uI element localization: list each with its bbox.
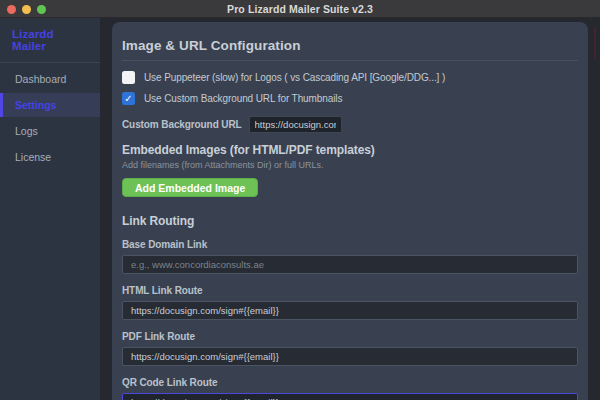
custom-bg-checkbox-label: Use Custom Background URL for Thumbnails [144,93,342,104]
maximize-button[interactable] [37,5,46,14]
close-button[interactable] [7,5,16,14]
sidebar-item-logs[interactable]: Logs [0,119,100,143]
window-title: Pro Lizardd Mailer Suite v2.3 [227,3,373,15]
app-brand: Lizardd Mailer [0,18,100,60]
checkmark-icon: ✓ [124,93,132,104]
base-domain-label: Base Domain Link [122,239,578,250]
qr-link-route-label: QR Code Link Route [122,377,578,388]
puppeteer-checkbox-label: Use Puppeteer (slow) for Logos ( vs Casc… [144,72,445,83]
embedded-images-heading: Embedded Images (for HTML/PDF templates) [122,143,578,157]
custom-bg-url-input[interactable] [249,116,342,133]
window-titlebar: Pro Lizardd Mailer Suite v2.3 [0,0,600,18]
add-embedded-image-button[interactable]: Add Embedded Image [122,178,258,197]
custom-bg-url-label: Custom Background URL [122,119,242,130]
puppeteer-checkbox-row: ✓ Use Puppeteer (slow) for Logos ( vs Ca… [122,71,578,84]
checkmark-icon: ✓ [124,72,132,83]
link-routing-heading: Link Routing [122,214,578,228]
page-title: Image & URL Configuration [122,38,578,61]
puppeteer-checkbox[interactable]: ✓ [122,71,135,84]
settings-panel: Image & URL Configuration ✓ Use Puppetee… [112,22,588,400]
base-domain-input[interactable] [122,255,578,274]
embedded-images-subtext: Add filenames (from Attachments Dir) or … [122,160,578,170]
pdf-link-route-label: PDF Link Route [122,331,578,342]
sidebar-item-dashboard[interactable]: Dashboard [0,67,100,91]
sidebar-divider [0,62,100,63]
sidebar-item-settings[interactable]: Settings [0,93,100,117]
html-link-route-label: HTML Link Route [122,285,578,296]
custom-bg-url-row: Custom Background URL [122,116,578,133]
html-link-route-input[interactable] [122,301,578,320]
app-body: Lizardd Mailer Dashboard Settings Logs L… [0,18,600,400]
custom-bg-checkbox[interactable]: ✓ [122,92,135,105]
traffic-lights [7,0,46,18]
background-window-edge [594,27,596,59]
minimize-button[interactable] [22,5,31,14]
sidebar-item-license[interactable]: License [0,145,100,169]
pdf-link-route-input[interactable] [122,347,578,366]
custom-bg-checkbox-row: ✓ Use Custom Background URL for Thumbnai… [122,92,578,105]
qr-link-route-input[interactable] [122,393,578,400]
sidebar: Lizardd Mailer Dashboard Settings Logs L… [0,18,100,400]
